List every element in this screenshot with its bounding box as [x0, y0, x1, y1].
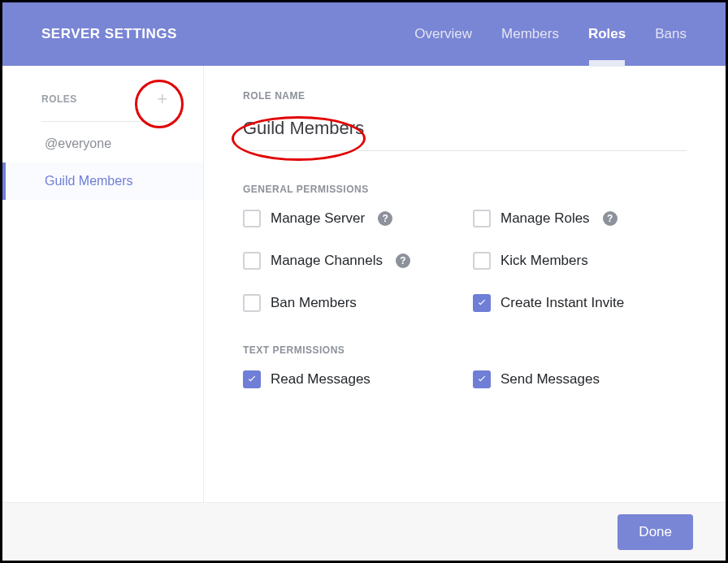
- text-permissions-title: TEXT PERMISSIONS: [243, 344, 687, 356]
- header-bar: SERVER SETTINGS Overview Members Roles B…: [2, 2, 726, 66]
- perm-read-messages: Read Messages: [243, 370, 457, 388]
- tab-members[interactable]: Members: [501, 5, 559, 63]
- general-permissions-section: GENERAL PERMISSIONS Manage Server ? Mana…: [243, 184, 687, 312]
- role-name-label: ROLE NAME: [243, 90, 687, 102]
- perm-label: Ban Members: [271, 295, 357, 311]
- perm-label: Read Messages: [271, 371, 370, 388]
- text-permissions-grid: Read Messages Send Messages: [243, 370, 687, 388]
- perm-label: Manage Roles: [500, 210, 590, 227]
- roles-sidebar: ROLES + @everyone Guild Members: [2, 66, 204, 502]
- tab-roles[interactable]: Roles: [588, 5, 626, 63]
- sidebar-header: ROLES +: [2, 80, 187, 118]
- role-name-input[interactable]: [243, 113, 687, 151]
- checkbox-send-messages[interactable]: [473, 370, 491, 388]
- done-button[interactable]: Done: [618, 514, 693, 550]
- main-body: ROLES + @everyone Guild Members ROLE NAM…: [2, 66, 726, 502]
- checkbox-manage-channels[interactable]: [243, 252, 261, 270]
- tab-bans[interactable]: Bans: [655, 5, 687, 63]
- text-permissions-section: TEXT PERMISSIONS Read Messages Send Mess…: [243, 344, 687, 388]
- perm-kick-members: Kick Members: [473, 252, 687, 270]
- checkbox-read-messages[interactable]: [243, 370, 261, 388]
- checkbox-kick-members[interactable]: [473, 252, 491, 270]
- general-permissions-grid: Manage Server ? Manage Roles ? Manage Ch…: [243, 210, 687, 312]
- perm-manage-channels: Manage Channels ?: [243, 252, 457, 270]
- sidebar-divider: [41, 121, 172, 122]
- checkbox-manage-server[interactable]: [243, 210, 261, 227]
- perm-ban-members: Ban Members: [243, 294, 457, 312]
- perm-manage-roles: Manage Roles ?: [473, 210, 687, 227]
- perm-label: Send Messages: [500, 371, 600, 388]
- checkbox-manage-roles[interactable]: [473, 210, 491, 227]
- perm-create-invite: Create Instant Invite: [473, 294, 687, 312]
- add-role-icon[interactable]: +: [157, 90, 167, 108]
- perm-label: Manage Server: [271, 210, 365, 227]
- checkbox-create-invite[interactable]: [473, 294, 491, 312]
- perm-label: Kick Members: [500, 253, 588, 269]
- general-permissions-title: GENERAL PERMISSIONS: [243, 184, 687, 195]
- nav-tabs: Overview Members Roles Bans: [414, 5, 687, 63]
- help-icon[interactable]: ?: [378, 211, 392, 226]
- perm-label: Create Instant Invite: [500, 295, 624, 311]
- tab-overview[interactable]: Overview: [414, 5, 472, 63]
- perm-send-messages: Send Messages: [473, 370, 687, 388]
- page-title: SERVER SETTINGS: [41, 26, 177, 42]
- footer-bar: Done: [2, 502, 726, 561]
- perm-label: Manage Channels: [271, 253, 383, 269]
- help-icon[interactable]: ?: [396, 253, 410, 268]
- help-icon[interactable]: ?: [603, 211, 618, 226]
- sidebar-item-everyone[interactable]: @everyone: [2, 125, 203, 162]
- sidebar-item-guild-members[interactable]: Guild Members: [2, 162, 203, 200]
- checkbox-ban-members[interactable]: [243, 294, 261, 312]
- perm-manage-server: Manage Server ?: [243, 210, 457, 227]
- role-editor: ROLE NAME GENERAL PERMISSIONS Manage Ser…: [204, 66, 726, 502]
- sidebar-title: ROLES: [41, 93, 77, 105]
